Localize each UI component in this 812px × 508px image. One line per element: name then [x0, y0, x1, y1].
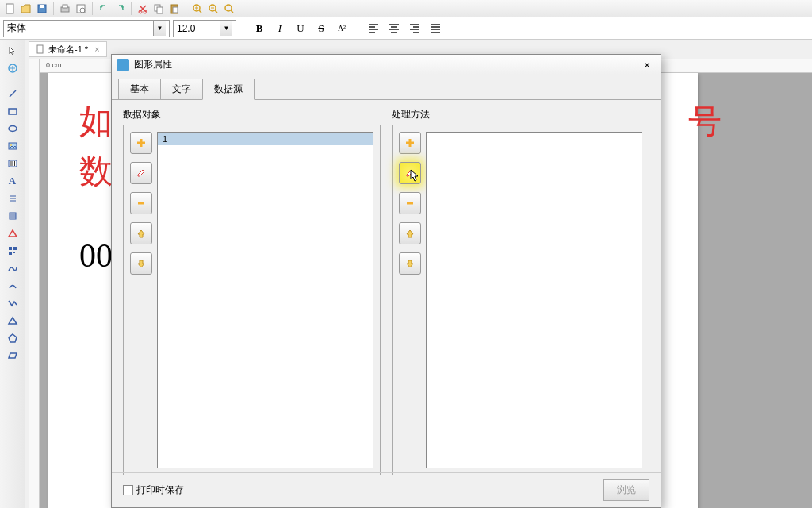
- italic-button[interactable]: I: [271, 20, 289, 37]
- svg-rect-24: [9, 109, 17, 114]
- data-object-list[interactable]: 1: [157, 132, 373, 468]
- remove-button[interactable]: [130, 192, 152, 214]
- dropdown-arrow-icon: ▼: [153, 21, 166, 36]
- image-tool-icon[interactable]: [3, 138, 22, 154]
- rect-tool-icon[interactable]: [3, 103, 22, 119]
- svg-point-20: [225, 5, 232, 11]
- polyline-tool-icon[interactable]: [3, 295, 22, 311]
- triangle-tool-icon[interactable]: [3, 225, 22, 241]
- checkbox-label: 打印时保存: [136, 483, 184, 497]
- dialog-close-button[interactable]: ×: [638, 58, 656, 72]
- align-center-icon[interactable]: [385, 20, 403, 37]
- zoom-fit-icon[interactable]: [222, 2, 236, 16]
- tool-palette: A: [0, 40, 25, 508]
- move-up-button[interactable]: [399, 222, 421, 244]
- align-right-icon[interactable]: [406, 20, 423, 37]
- move-down-button[interactable]: [130, 252, 152, 275]
- undo-icon[interactable]: [97, 2, 111, 16]
- edit-button[interactable]: [399, 162, 421, 184]
- tab-datasource[interactable]: 数据源: [202, 79, 255, 100]
- dialog-footer: 打印时保存 浏览: [112, 472, 661, 507]
- redo-icon[interactable]: [113, 2, 127, 16]
- save-icon[interactable]: [35, 2, 49, 16]
- select-tool-icon[interactable]: [3, 43, 22, 59]
- vertical-ruler: [29, 59, 40, 508]
- paste-icon[interactable]: [167, 2, 182, 16]
- move-down-button[interactable]: [399, 252, 421, 275]
- data-object-label: 数据对象: [123, 108, 381, 121]
- svg-rect-42: [13, 247, 17, 250]
- data-object-panel: 数据对象 1: [123, 108, 381, 475]
- barcode2-tool-icon[interactable]: [3, 208, 22, 224]
- superscript-button[interactable]: A²: [333, 20, 350, 37]
- properties-dialog: 图形属性 × 基本 文字 数据源 数据对象 1: [111, 54, 661, 508]
- parallelogram-tool-icon[interactable]: [3, 348, 22, 364]
- underline-button[interactable]: U: [292, 20, 309, 37]
- triangle2-tool-icon[interactable]: [3, 313, 22, 329]
- process-method-panel: 处理方法: [392, 108, 649, 475]
- dialog-titlebar[interactable]: 图形属性 ×: [112, 55, 661, 75]
- svg-rect-41: [9, 247, 12, 250]
- cut-icon[interactable]: [136, 2, 150, 16]
- preview-icon[interactable]: [74, 2, 88, 16]
- browse-button[interactable]: 浏览: [603, 479, 649, 501]
- barcode-tool-icon[interactable]: [3, 156, 22, 171]
- svg-rect-2: [40, 5, 44, 8]
- checkbox-icon: [123, 485, 133, 495]
- ellipse-tool-icon[interactable]: [3, 121, 22, 137]
- svg-rect-4: [63, 5, 67, 8]
- text-tool-icon[interactable]: A: [3, 173, 22, 189]
- add-button[interactable]: [130, 132, 152, 154]
- svg-line-21: [231, 10, 233, 13]
- new-icon[interactable]: [3, 2, 17, 16]
- svg-rect-43: [9, 252, 12, 255]
- dialog-tab-strip: 基本 文字 数据源: [112, 75, 661, 100]
- svg-line-18: [215, 10, 217, 13]
- doc-icon: [36, 44, 45, 54]
- pan-tool-icon[interactable]: [3, 60, 22, 76]
- tab-label: 未命名-1 *: [48, 44, 88, 56]
- svg-rect-45: [37, 45, 43, 53]
- save-on-print-checkbox[interactable]: 打印时保存: [123, 483, 184, 497]
- svg-rect-12: [173, 7, 178, 13]
- list-item[interactable]: 1: [158, 133, 373, 145]
- document-tab[interactable]: 未命名-1 * ×: [29, 41, 107, 57]
- process-method-label: 处理方法: [392, 108, 649, 121]
- print-icon[interactable]: [58, 2, 72, 16]
- svg-rect-0: [6, 4, 13, 13]
- edit-button[interactable]: [130, 162, 152, 184]
- copy-icon[interactable]: [151, 2, 166, 16]
- curve-tool-icon[interactable]: [3, 260, 22, 276]
- add-button[interactable]: [399, 132, 421, 154]
- separator: [53, 2, 54, 15]
- tab-close-icon[interactable]: ×: [94, 44, 99, 54]
- zoom-in-icon[interactable]: [190, 2, 205, 16]
- separator: [186, 2, 186, 15]
- pentagon-tool-icon[interactable]: [3, 330, 22, 346]
- bold-button[interactable]: B: [251, 20, 268, 37]
- tab-text[interactable]: 文字: [160, 79, 203, 99]
- main-toolbar: [0, 0, 812, 17]
- format-toolbar: 宋体 ▼ 12.0 ▼ B I U S A²: [0, 17, 812, 40]
- line-tool-icon[interactable]: [3, 86, 22, 102]
- dialog-body: 数据对象 1 处理方法: [112, 100, 661, 483]
- remove-button[interactable]: [399, 192, 421, 214]
- strike-button[interactable]: S: [312, 20, 330, 37]
- svg-rect-44: [13, 252, 15, 253]
- move-up-button[interactable]: [130, 222, 152, 244]
- font-family-select[interactable]: 宋体 ▼: [3, 20, 170, 37]
- open-icon[interactable]: [19, 2, 33, 16]
- align-left-icon[interactable]: [365, 20, 382, 37]
- align-justify-icon[interactable]: [427, 20, 444, 37]
- process-method-list[interactable]: [426, 132, 642, 468]
- zoom-out-icon[interactable]: [206, 2, 220, 16]
- arc-tool-icon[interactable]: [3, 278, 22, 294]
- list-tool-icon[interactable]: [3, 190, 22, 206]
- separator: [92, 2, 93, 15]
- svg-point-25: [9, 126, 17, 132]
- font-size-select[interactable]: 12.0 ▼: [173, 20, 236, 37]
- dropdown-arrow-icon: ▼: [220, 21, 232, 36]
- dialog-title-text: 图形属性: [134, 58, 172, 71]
- tab-basic[interactable]: 基本: [118, 79, 161, 99]
- qr-tool-icon[interactable]: [3, 243, 22, 259]
